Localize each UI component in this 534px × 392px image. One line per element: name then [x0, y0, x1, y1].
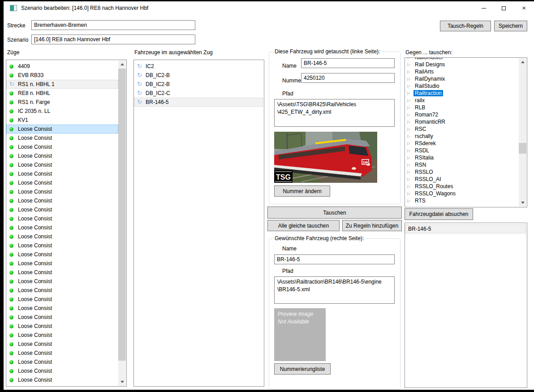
left-pfad-box[interactable]: \Assets\TSG\BR425\RailVehicles \425_ETW_… [274, 99, 395, 127]
zuege-row[interactable]: Loose Consist [6, 358, 118, 366]
zuege-row[interactable]: Loose Consist [6, 331, 118, 340]
tree-item[interactable]: ▷RSDL [405, 147, 519, 154]
zuege-row[interactable]: Loose Consist [6, 313, 118, 322]
zuege-row[interactable]: IC 2035 n. LL [6, 107, 118, 116]
zuege-row[interactable]: Loose Consist [6, 250, 118, 259]
zuege-row[interactable]: RS1 n. Farge [6, 98, 118, 107]
tree-expander-icon[interactable]: ▷ [407, 134, 413, 138]
minimize-button[interactable] [474, 1, 494, 15]
zuege-row[interactable]: Loose Consist [6, 286, 118, 295]
tree-expander-icon[interactable]: ▷ [407, 141, 413, 146]
tree-item[interactable]: ▷RSSLO_AI [405, 176, 519, 183]
fahrzeug-row[interactable]: ↻DB_IC2-C [134, 89, 263, 98]
zuege-row[interactable]: Loose Consist [6, 322, 118, 331]
tree-item[interactable]: ▷rschally [405, 133, 519, 140]
tree-item[interactable]: ▷Rail Designs [405, 61, 519, 68]
zuege-row[interactable]: EVB RB33 [6, 71, 118, 80]
zuege-row[interactable]: Loose Consist [6, 205, 118, 214]
zuege-row[interactable]: Loose Consist [6, 151, 118, 160]
right-pfad-box[interactable]: \Assets\Railtraction\BR146\BR146-5\engin… [274, 276, 395, 304]
scroll-down-icon[interactable] [519, 199, 526, 207]
tree-item[interactable]: ▷Roman72 [405, 111, 519, 118]
left-name-input[interactable] [301, 58, 395, 68]
zuege-row[interactable]: Loose Consist [6, 366, 118, 375]
alle-gleiche-tauschen-button[interactable]: Alle gleiche tauschen [267, 220, 340, 231]
zuege-row[interactable]: Loose Consist [6, 375, 118, 384]
zuege-row[interactable]: Loose Consist [6, 268, 118, 277]
tree-expander-icon[interactable]: ▷ [407, 148, 413, 153]
scroll-down-icon[interactable] [118, 378, 126, 386]
zuege-row[interactable]: ↻RS1 n. HBHL 1 [6, 80, 118, 89]
tree-item[interactable]: ▷RSSLO_Routes [405, 183, 519, 190]
zuege-row[interactable]: Loose Consist [6, 187, 118, 196]
tree-item[interactable]: ▷RSN [405, 161, 519, 168]
tree-expander-icon[interactable]: ▷ [407, 98, 413, 103]
zuege-row[interactable]: Loose Consist [6, 232, 118, 241]
tree-item[interactable]: ▷RSSLO_Wagons [405, 190, 519, 197]
tree-item[interactable]: ▷RailDynamix [405, 75, 519, 82]
tree-item[interactable]: ▷RSSLO [405, 168, 519, 176]
tree-expander-icon[interactable]: ▷ [407, 163, 413, 167]
tree-expander-icon[interactable]: ▷ [407, 184, 413, 189]
scroll-up-icon[interactable] [118, 60, 126, 68]
zuege-row[interactable]: Loose Consist [6, 160, 118, 169]
tree-expander-icon[interactable]: ▷ [407, 77, 413, 81]
tree-expander-icon[interactable]: ▷ [407, 191, 413, 196]
zuege-row[interactable]: Loose Consist [6, 196, 118, 205]
tree-expander-icon[interactable]: ▷ [407, 105, 413, 110]
zuege-row[interactable]: Loose Consist [6, 241, 118, 250]
zuege-scrollbar[interactable] [118, 60, 126, 386]
fahrzeug-row[interactable]: ↻IC2 [134, 62, 263, 71]
tree-expander-icon[interactable]: ▷ [407, 112, 413, 117]
fahrzeugdatei-absuchen-button[interactable]: Fahrzeugdatei absuchen [405, 208, 473, 220]
tree-expander-icon[interactable]: ▷ [407, 84, 413, 88]
tree-item[interactable]: ▷RailArts [405, 68, 519, 75]
zuege-row[interactable]: Loose Consist [6, 178, 118, 187]
tree-expander-icon[interactable]: ▷ [407, 62, 413, 67]
zuege-row[interactable]: Loose Consist [6, 259, 118, 268]
tree-item[interactable]: ▷railx [405, 97, 519, 104]
zuege-row[interactable]: KV1 [6, 116, 118, 125]
zuege-row[interactable]: Loose Consist [6, 277, 118, 286]
tauschen-button[interactable]: Tauschen [267, 207, 402, 219]
tree-expander-icon[interactable]: ▷ [407, 120, 413, 124]
scrollbar-thumb[interactable] [519, 143, 526, 154]
tree-expander-icon[interactable]: ▷ [407, 155, 413, 160]
zuege-row[interactable]: Loose Consist [6, 169, 118, 178]
fahrzeug-row[interactable]: ↻DB_IC2-B [134, 71, 263, 80]
result-row[interactable]: BR-146-5 [405, 224, 526, 233]
nummerierungliste-button[interactable]: Nummerierungliste [274, 363, 331, 375]
tree-item[interactable]: ▷RLB [405, 104, 519, 111]
close-button[interactable]: × [514, 1, 534, 15]
tree-item[interactable]: ▷RailStudio [405, 82, 519, 90]
scrollbar-thumb[interactable] [118, 69, 126, 361]
tree-item[interactable]: ▷radiomaster [405, 58, 519, 61]
tree-expander-icon[interactable]: ▷ [407, 170, 413, 174]
tree-scrollbar[interactable] [519, 58, 526, 207]
tausch-regeln-button[interactable]: Tausch-Regeln [440, 21, 491, 31]
szenario-input[interactable] [31, 34, 195, 44]
tree-item[interactable]: ▷Railtraction [405, 90, 519, 97]
tree-expander-icon[interactable]: ▷ [407, 58, 413, 60]
zuege-row[interactable]: 4409 [6, 62, 118, 71]
tree-expander-icon[interactable]: ▷ [407, 69, 413, 74]
strecke-input[interactable] [31, 20, 195, 30]
zuege-row[interactable]: Loose Consist [6, 304, 118, 313]
scroll-up-icon[interactable] [519, 58, 526, 66]
zuege-row[interactable]: Loose Consist [6, 223, 118, 232]
maximize-button[interactable] [494, 1, 514, 15]
zuege-row[interactable]: RE8 n. HBHL [6, 89, 118, 98]
tree-expander-icon[interactable]: ▷ [407, 198, 413, 203]
right-name-input[interactable] [274, 254, 395, 264]
fahrzeug-row[interactable]: ↻DB_IC2-B [134, 80, 263, 89]
tree-expander-icon[interactable]: ▷ [407, 127, 413, 131]
tree-item[interactable]: ▷RSItalia [405, 154, 519, 161]
zuege-row[interactable]: Loose Consist [6, 142, 118, 151]
tree-expander-icon[interactable]: ▷ [407, 91, 413, 95]
zuege-row[interactable]: Loose Consist [6, 125, 118, 134]
zuege-row[interactable]: Loose Consist [6, 349, 118, 358]
tree-item[interactable]: ▷RSC [405, 125, 519, 133]
zuege-row[interactable]: Loose Consist [6, 340, 118, 349]
zu-regeln-hinzufuegen-button[interactable]: Zu Regeln hinzufügen [342, 220, 402, 231]
fahrzeug-row[interactable]: ↻BR-146-5 [134, 98, 263, 107]
